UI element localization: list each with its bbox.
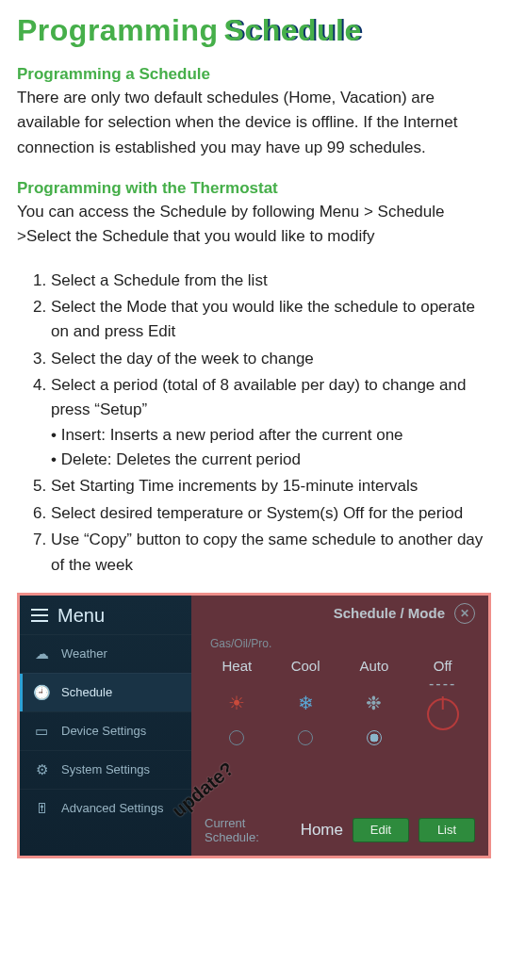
title-word-2: Schedule bbox=[224, 13, 362, 47]
menu-title-label: Menu bbox=[57, 605, 105, 627]
radio-heat[interactable] bbox=[229, 730, 244, 745]
sidebar-item-label: Schedule bbox=[61, 685, 112, 699]
advanced-settings-icon: 🎚 bbox=[31, 798, 52, 819]
auto-icon: ❉ bbox=[366, 692, 382, 714]
page-title: ProgrammingSchedule bbox=[17, 13, 492, 48]
step-item: Use “Copy” button to copy the same sched… bbox=[51, 528, 492, 578]
mode-panel: Schedule / Mode ✕ Gas/Oil/Pro. Heat Cool… bbox=[191, 596, 488, 856]
step-item: Select a period (total of 8 available pe… bbox=[51, 373, 492, 472]
current-schedule-value: Home bbox=[301, 821, 343, 840]
section-thermostat-body: You can access the Schedule by following… bbox=[17, 200, 492, 250]
sidebar-item-schedule[interactable]: 🕘 Schedule bbox=[20, 673, 191, 711]
step-item: Set Starting Time increments by 15-minut… bbox=[51, 474, 492, 498]
device-settings-icon: ▭ bbox=[31, 721, 52, 742]
radio-auto[interactable] bbox=[367, 730, 382, 745]
step-item: Select the Mode that you would like the … bbox=[51, 295, 492, 345]
steps-list: Select a Schedule from the list Select t… bbox=[17, 269, 492, 578]
thermostat-screenshot: Menu ☁ Weather 🕘 Schedule ▭ Device Setti… bbox=[17, 593, 491, 858]
mode-heat[interactable]: ☀ bbox=[205, 685, 270, 721]
menu-header[interactable]: Menu bbox=[20, 596, 191, 634]
sun-icon: ☀ bbox=[228, 692, 245, 714]
power-icon bbox=[427, 698, 459, 730]
section-programming-schedule-head: Programming a Schedule bbox=[17, 65, 492, 84]
sidebar-item-device-settings[interactable]: ▭ Device Settings bbox=[20, 711, 191, 750]
sidebar: Menu ☁ Weather 🕘 Schedule ▭ Device Setti… bbox=[20, 596, 191, 856]
edit-button[interactable]: Edit bbox=[353, 818, 409, 842]
sidebar-item-system-settings[interactable]: ⚙ System Settings bbox=[20, 750, 191, 789]
radio-cool[interactable] bbox=[298, 730, 313, 745]
sidebar-item-label: System Settings bbox=[61, 762, 150, 776]
step-sub-item: • Insert: Inserts a new period after the… bbox=[51, 423, 492, 448]
mode-label-auto: Auto bbox=[342, 656, 407, 676]
mode-label-cool: Cool bbox=[273, 656, 338, 676]
current-schedule-label: Current Schedule: bbox=[205, 816, 291, 844]
close-button[interactable]: ✕ bbox=[454, 603, 475, 624]
section-programming-schedule-body: There are only two default schedules (Ho… bbox=[17, 86, 492, 160]
off-dashes: ---- bbox=[429, 676, 456, 693]
mode-cool[interactable]: ❄ bbox=[273, 685, 338, 721]
sidebar-item-label: Advanced Settings bbox=[61, 801, 163, 815]
step-item-text: Select a period (total of 8 available pe… bbox=[51, 376, 466, 418]
sidebar-item-weather[interactable]: ☁ Weather bbox=[20, 634, 191, 673]
mode-label-heat: Heat bbox=[205, 656, 270, 676]
mode-label-off: Off bbox=[410, 656, 475, 676]
step-sub-item: • Delete: Deletes the current period bbox=[51, 448, 492, 472]
snowflake-icon: ❄ bbox=[298, 692, 314, 714]
section-thermostat-head: Programming with the Thermostat bbox=[17, 179, 492, 198]
step-item: Select a Schedule from the list bbox=[51, 269, 492, 293]
sidebar-item-advanced-settings[interactable]: 🎚 Advanced Settings bbox=[20, 789, 191, 827]
mode-auto[interactable]: ❉ bbox=[342, 685, 407, 721]
mode-off[interactable]: ---- bbox=[410, 685, 475, 721]
title-word-1: Programming bbox=[17, 13, 219, 47]
fuel-hint: Gas/Oil/Pro. bbox=[210, 637, 475, 650]
system-settings-icon: ⚙ bbox=[31, 760, 52, 780]
sidebar-item-label: Device Settings bbox=[61, 724, 146, 738]
list-button[interactable]: List bbox=[419, 818, 475, 842]
sidebar-item-label: Weather bbox=[61, 646, 107, 661]
weather-icon: ☁ bbox=[31, 644, 52, 664]
panel-title: Schedule / Mode bbox=[334, 605, 445, 621]
step-item: Select the day of the week to change bbox=[51, 347, 492, 371]
hamburger-icon bbox=[31, 609, 48, 622]
schedule-icon: 🕘 bbox=[31, 682, 52, 703]
step-item: Select desired temperature or System(s) … bbox=[51, 501, 492, 526]
